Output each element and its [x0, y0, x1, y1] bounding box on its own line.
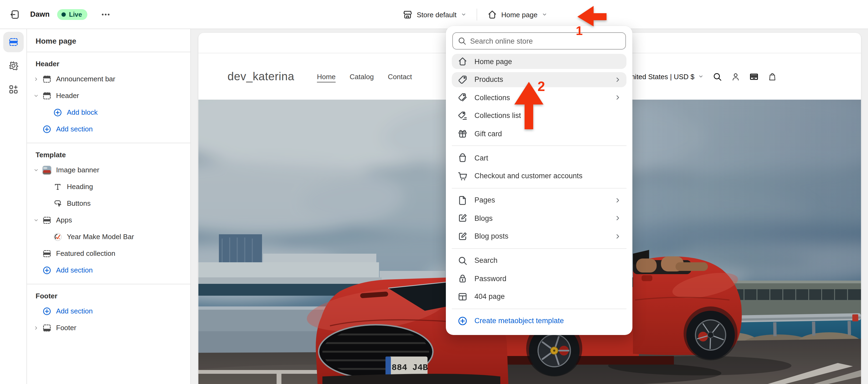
sidebar-link-add-block[interactable]: Add block	[42, 104, 186, 120]
sidebar-item-year-make-model-bar[interactable]: Year Make Model Bar	[42, 229, 186, 245]
store-nav-home[interactable]: Home	[317, 72, 336, 80]
localization-selector[interactable]: United States | USD $	[626, 72, 704, 80]
rail-item-apps[interactable]	[3, 79, 24, 100]
store-garage-button[interactable]	[749, 71, 759, 81]
localization-label: United States | USD $	[626, 72, 694, 80]
nav-rail	[0, 29, 27, 384]
menu-item-home-page[interactable]: Home page	[452, 54, 626, 69]
person-icon	[731, 71, 741, 81]
exit-editor-button[interactable]	[7, 7, 23, 22]
sidebar-item-label: Year Make Model Bar	[67, 233, 134, 241]
sidebar-item-label: Featured collection	[56, 249, 115, 257]
theme-name: Dawn	[30, 10, 50, 18]
more-dots-icon	[100, 9, 111, 20]
sec-mid-icon	[42, 215, 52, 225]
sections-icon	[8, 37, 19, 47]
garage-icon	[749, 71, 759, 81]
rail-item-sections[interactable]	[3, 32, 24, 52]
menu-search-input[interactable]	[452, 32, 626, 49]
sidebar-link-add-section[interactable]: Add section	[31, 303, 186, 319]
menu-item-blog-posts[interactable]: Blog posts	[452, 229, 626, 244]
menu-item-label: Password	[474, 274, 506, 282]
store-nav-catalog[interactable]: Catalog	[350, 72, 374, 80]
menu-item-404-page[interactable]: 404 page	[452, 289, 626, 304]
menu-item-label: Collections	[474, 94, 510, 102]
menu-item-label: Home page	[474, 57, 512, 65]
cursor-icon	[53, 199, 63, 208]
tag-icon	[457, 74, 468, 85]
plus-circle-icon	[457, 315, 468, 326]
menu-item-create-metaobject-template[interactable]: Create metaobject template	[452, 313, 626, 328]
sidebar-item-image-banner[interactable]: Image banner	[31, 162, 186, 178]
sidebar-item-label: Buttons	[67, 199, 91, 207]
compose-icon	[457, 231, 468, 242]
more-actions-button[interactable]	[98, 7, 113, 22]
store-logo[interactable]: dev_katerina	[227, 70, 294, 83]
plus-circle-icon	[42, 306, 52, 316]
topbar-divider	[476, 9, 477, 21]
store-nav-contact[interactable]: Contact	[388, 72, 412, 80]
sidebar-link-add-section[interactable]: Add section	[31, 262, 186, 278]
sections-sidebar: Home page HeaderAnnouncement barHeaderAd…	[27, 29, 191, 384]
menu-item-checkout-and-customer-accounts[interactable]: Checkout and customer accounts	[452, 168, 626, 183]
sidebar-item-label: Add section	[56, 125, 93, 133]
menu-item-cart[interactable]: Cart	[452, 150, 626, 165]
editor-frame: Home page HeaderAnnouncement barHeaderAd…	[0, 29, 868, 384]
menu-item-label: Pages	[474, 196, 495, 204]
menu-divider	[452, 145, 626, 146]
sidebar-item-featured-collection[interactable]: Featured collection	[31, 245, 186, 262]
chevron-down-icon[interactable]	[32, 217, 40, 223]
sec-top-icon	[42, 74, 52, 84]
page-selector-label: Home page	[501, 10, 537, 19]
chevron-down-icon[interactable]	[32, 92, 40, 99]
text-icon	[53, 182, 63, 191]
store-bag-thin-button[interactable]	[767, 71, 777, 81]
search-icon	[457, 255, 468, 266]
menu-item-label: Checkout and customer accounts	[474, 172, 583, 180]
chevron-right-icon[interactable]	[32, 324, 40, 331]
chevron-right-icon[interactable]	[32, 76, 40, 82]
chevron-down-icon[interactable]	[32, 167, 40, 173]
annotation-step-2: 2	[537, 79, 545, 94]
sidebar-item-announcement-bar[interactable]: Announcement bar	[31, 71, 186, 87]
menu-item-label: Collections list	[474, 111, 521, 119]
sidebar-link-add-section[interactable]: Add section	[31, 120, 186, 137]
store-context-label: Store default	[417, 10, 456, 19]
theme-editor: Dawn Live Store default Home page Home p…	[0, 0, 868, 384]
sidebar-item-label: Header	[56, 92, 79, 100]
page-selector[interactable]: Home page	[485, 6, 550, 23]
sidebar-item-label: Announcement bar	[56, 75, 115, 83]
chevron-right-glyph	[33, 76, 39, 82]
sidebar-item-footer[interactable]: Footer	[31, 319, 186, 336]
menu-item-label: Blog posts	[474, 232, 508, 240]
cart-icon	[457, 170, 468, 181]
sidebar-item-label: Add block	[67, 108, 98, 116]
sidebar-group-header: HeaderAnnouncement barHeaderAdd blockAdd…	[27, 52, 190, 143]
group-label: Header	[31, 58, 186, 71]
sidebar-item-apps[interactable]: Apps	[31, 212, 186, 229]
store-person-button[interactable]	[731, 71, 741, 81]
menu-item-label: Search	[474, 256, 498, 265]
menu-item-label: Blogs	[474, 214, 493, 222]
sidebar-item-label: Image banner	[56, 166, 99, 174]
sidebar-item-header[interactable]: Header	[31, 87, 186, 104]
lock-icon	[457, 273, 468, 284]
sidebar-item-heading[interactable]: Heading	[42, 178, 186, 195]
chevron-right-icon	[614, 196, 622, 204]
menu-item-search[interactable]: Search	[452, 253, 626, 268]
sidebar-item-buttons[interactable]: Buttons	[42, 195, 186, 212]
menu-item-password[interactable]: Password	[452, 271, 626, 286]
menu-item-blogs[interactable]: Blogs	[452, 211, 626, 226]
collections-icon	[457, 92, 468, 103]
home-icon	[487, 9, 497, 20]
exit-icon	[10, 9, 21, 20]
menu-item-pages[interactable]: Pages	[452, 193, 626, 208]
sidebar-item-label: Add section	[56, 307, 93, 315]
store-context-selector[interactable]: Store default	[400, 6, 469, 23]
sec-bot-icon	[42, 323, 52, 333]
live-badge: Live	[57, 9, 87, 20]
store-search-button[interactable]	[712, 71, 722, 81]
rail-item-theme-settings[interactable]	[3, 56, 24, 76]
app-ymm-icon	[53, 232, 63, 242]
apps-icon	[8, 84, 19, 95]
